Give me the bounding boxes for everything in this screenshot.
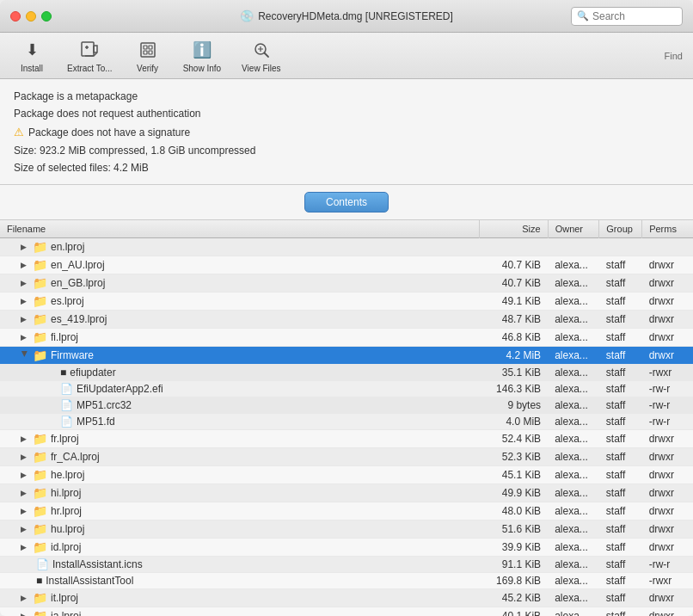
owner-cell: alexa... (548, 556, 599, 572)
filename-text: fr.lproj (51, 433, 79, 445)
filename-cell: 📄MP51.fd (0, 413, 480, 429)
file-icon: 📄 (60, 399, 73, 411)
maximize-button[interactable] (41, 11, 52, 22)
table-row[interactable]: 📄InstallAssistant.icns91.1 KiBalexa...st… (0, 556, 693, 572)
file-table: Filename Size Owner Group Perms ▶📁en.lpr… (0, 220, 693, 616)
perms-cell (642, 237, 693, 256)
contents-button[interactable]: Contents (304, 192, 389, 213)
size-cell: 45.2 KiB (480, 588, 548, 607)
expand-triangle[interactable]: ▶ (21, 261, 29, 269)
expand-triangle[interactable]: ▶ (21, 243, 29, 251)
table-row[interactable]: ▶📁es.lproj49.1 KiBalexa...staffdrwxr (0, 292, 693, 310)
size-cell: 51.6 KiB (480, 520, 548, 538)
group-cell: staff (599, 588, 642, 607)
group-cell: staff (599, 538, 642, 556)
table-row[interactable]: ▶📁en_GB.lproj40.7 KiBalexa...staffdrwxr (0, 274, 693, 292)
col-header-perms[interactable]: Perms (642, 220, 693, 238)
folder-icon: 📁 (33, 330, 47, 344)
owner-cell: alexa... (548, 328, 599, 346)
table-row[interactable]: ▶📁he.lproj45.1 KiBalexa...staffdrwxr (0, 465, 693, 484)
size-cell: 35.1 KiB (480, 364, 548, 380)
info-line-5: Size of selected files: 4.2 MiB (14, 159, 679, 176)
showinfo-button[interactable]: ℹ️ Show Info (176, 34, 228, 77)
size-cell: 40.1 KiB (480, 607, 548, 616)
table-row[interactable]: 📄MP51.fd4.0 MiBalexa...staff-rw-r (0, 413, 693, 429)
table-row[interactable]: ▶📁it.lproj45.2 KiBalexa...staffdrwxr (0, 588, 693, 607)
owner-cell: alexa... (548, 502, 599, 520)
owner-cell: alexa... (548, 538, 599, 556)
file-table-wrapper[interactable]: Filename Size Owner Group Perms ▶📁en.lpr… (0, 220, 693, 616)
owner-cell (548, 237, 599, 256)
extract-button[interactable]: Extract To... (60, 34, 120, 77)
filename-text: he.lproj (51, 469, 84, 481)
table-row[interactable]: ▶📁fr_CA.lproj52.3 KiBalexa...staffdrwxr (0, 447, 693, 465)
expand-triangle[interactable]: ▶ (21, 489, 29, 497)
table-row[interactable]: ▶📁hu.lproj51.6 KiBalexa...staffdrwxr (0, 520, 693, 538)
size-cell: 146.3 KiB (480, 380, 548, 397)
group-cell (599, 237, 642, 256)
table-row[interactable]: 📄MP51.crc329 bytesalexa...staff-rw-r (0, 397, 693, 413)
expand-triangle[interactable]: ▶ (21, 612, 29, 616)
verify-button[interactable]: Verify (126, 34, 169, 77)
col-header-owner[interactable]: Owner (548, 220, 599, 238)
table-row[interactable]: ▶📁id.lproj39.9 KiBalexa...staffdrwxr (0, 538, 693, 556)
filename-cell: 📄EfiUpdaterApp2.efi (0, 380, 480, 397)
close-button[interactable] (10, 11, 21, 22)
table-row[interactable]: 📄EfiUpdaterApp2.efi146.3 KiBalexa...staf… (0, 380, 693, 397)
group-cell: staff (599, 447, 642, 465)
folder-icon: 📁 (33, 486, 47, 500)
table-row[interactable]: ▶📁en_AU.lproj40.7 KiBalexa...staffdrwxr (0, 256, 693, 274)
group-cell: staff (599, 484, 642, 502)
expand-triangle[interactable]: ▶ (21, 453, 29, 461)
size-cell: 91.1 KiB (480, 556, 548, 572)
size-cell: 4.0 MiB (480, 413, 548, 429)
table-row[interactable]: ▶📁hi.lproj49.9 KiBalexa...staffdrwxr (0, 484, 693, 502)
expand-triangle[interactable]: ▶ (21, 351, 29, 360)
viewfiles-button[interactable]: View Files (235, 34, 287, 77)
owner-cell: alexa... (548, 429, 599, 447)
owner-cell: alexa... (548, 465, 599, 484)
table-row[interactable]: ■InstallAssistantTool169.8 KiBalexa...st… (0, 572, 693, 588)
owner-cell: alexa... (548, 274, 599, 292)
svg-rect-5 (149, 51, 152, 54)
filename-cell: ▶📁en.lproj (0, 237, 480, 256)
filename-text: InstallAssistantTool (46, 575, 133, 587)
table-row[interactable]: ▶📁en.lproj (0, 237, 693, 256)
expand-triangle[interactable]: ▶ (21, 297, 29, 305)
expand-triangle[interactable]: ▶ (21, 279, 29, 287)
expand-triangle[interactable]: ▶ (21, 333, 29, 342)
expand-triangle[interactable]: ▶ (21, 471, 29, 479)
expand-triangle[interactable]: ▶ (21, 434, 29, 443)
expand-triangle[interactable]: ▶ (21, 525, 29, 533)
size-cell (480, 237, 548, 256)
table-row[interactable]: ▶📁ja.lproj40.1 KiBalexa...staffdrwxr (0, 607, 693, 616)
table-row[interactable]: ▶📁es_419.lproj48.7 KiBalexa...staffdrwxr (0, 310, 693, 328)
expand-triangle[interactable]: ▶ (21, 507, 29, 515)
expand-triangle[interactable]: ▶ (21, 315, 29, 323)
group-cell: staff (599, 346, 642, 364)
col-header-filename[interactable]: Filename (0, 220, 480, 238)
extract-label: Extract To... (67, 64, 113, 73)
group-cell: staff (599, 502, 642, 520)
table-row[interactable]: ▶📁Firmware4.2 MiBalexa...staffdrwxr (0, 346, 693, 364)
table-row[interactable]: ▶📁fr.lproj52.4 KiBalexa...staffdrwxr (0, 429, 693, 447)
col-header-size[interactable]: Size (480, 220, 548, 238)
install-button[interactable]: ⬇ Install (10, 34, 53, 77)
filename-text: es_419.lproj (51, 313, 107, 325)
expand-triangle[interactable]: ▶ (21, 543, 29, 551)
owner-cell: alexa... (548, 346, 599, 364)
disk-icon: 💿 (240, 9, 254, 22)
perms-cell: -rw-r (642, 380, 693, 397)
minimize-button[interactable] (26, 11, 36, 22)
expand-triangle[interactable]: ▶ (21, 594, 29, 602)
folder-icon: 📁 (33, 504, 47, 518)
table-row[interactable]: ▶📁hr.lproj48.0 KiBalexa...staffdrwxr (0, 502, 693, 520)
folder-icon: 📁 (33, 240, 47, 254)
col-header-group[interactable]: Group (599, 220, 642, 238)
table-row[interactable]: ▶📁fi.lproj46.8 KiBalexa...staffdrwxr (0, 328, 693, 346)
search-input[interactable] (592, 10, 677, 22)
owner-cell: alexa... (548, 447, 599, 465)
svg-rect-0 (82, 42, 94, 56)
table-row[interactable]: ■efiupdater35.1 KiBalexa...staff-rwxr (0, 364, 693, 380)
search-box[interactable]: 🔍 (571, 7, 683, 26)
